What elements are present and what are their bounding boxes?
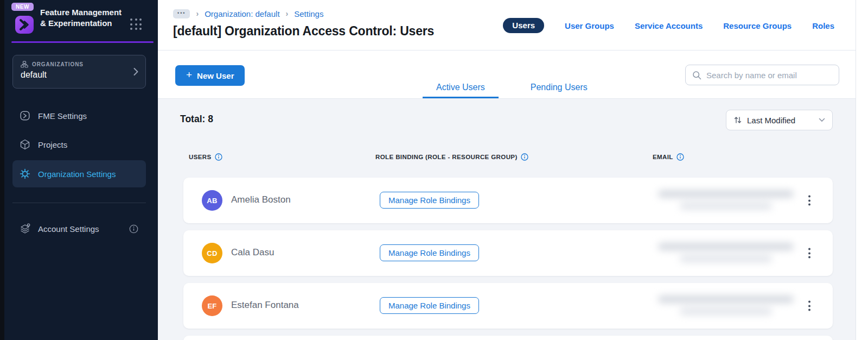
apps-grid-icon[interactable] xyxy=(130,18,142,30)
table-row: EF Estefan Fontana Manage Role Bindings xyxy=(183,283,833,329)
sidebar-item-projects[interactable]: Projects xyxy=(12,131,146,158)
avatar: EF xyxy=(202,295,222,316)
info-icon[interactable] xyxy=(676,153,684,161)
column-header-role-binding: ROLE BINDING (ROLE - RESOURCE GROUP) xyxy=(375,153,528,161)
users-list-section: Total: 8 Last Modified USERS xyxy=(158,99,856,340)
new-user-button[interactable]: + New User xyxy=(175,65,245,86)
table-row: CD Cala Dasu Manage Role Bindings xyxy=(183,230,833,276)
avatar-initials: AB xyxy=(207,197,217,205)
sidebar: NEW Feature Management & Experimentation xyxy=(4,0,158,340)
breadcrumb-organization-link[interactable]: Organization: default xyxy=(205,9,279,18)
header-divider xyxy=(158,50,856,51)
user-name: Estefan Fontana xyxy=(231,300,299,311)
row-menu-icon[interactable] xyxy=(804,193,815,208)
column-label: ROLE BINDING (ROLE - RESOURCE GROUP) xyxy=(375,154,518,160)
sort-label: Last Modified xyxy=(747,116,795,125)
sidebar-item-label: Organization Settings xyxy=(38,169,116,179)
sort-dropdown[interactable]: Last Modified xyxy=(726,110,833,130)
table-row-partial xyxy=(183,336,833,340)
user-name: Cala Dasu xyxy=(231,247,274,258)
breadcrumb-settings-link[interactable]: Settings xyxy=(294,9,323,18)
page-title: [default] Organization Access Control: U… xyxy=(173,24,434,39)
sidebar-item-organization-settings[interactable]: Organization Settings xyxy=(12,160,146,187)
sidebar-item-account-settings[interactable]: Account Settings xyxy=(12,215,146,242)
chevron-right-icon xyxy=(133,67,138,76)
tab-user-groups[interactable]: User Groups xyxy=(565,21,614,30)
avatar: CD xyxy=(202,243,222,263)
info-icon[interactable] xyxy=(215,153,222,161)
column-label: USERS xyxy=(189,154,212,160)
new-user-button-label: New User xyxy=(197,71,234,80)
chevron-right-icon: › xyxy=(286,9,289,18)
search-icon xyxy=(692,71,701,80)
screen-edge xyxy=(0,0,4,340)
column-header-users: USERS xyxy=(189,153,222,161)
org-chart-icon xyxy=(21,61,28,68)
main-area: ••• › Organization: default › Settings [… xyxy=(158,0,868,340)
gear-icon xyxy=(19,168,31,180)
user-state-tabs: Active Users Pending Users xyxy=(423,78,601,98)
tab-users[interactable]: Users xyxy=(503,18,544,33)
sidebar-item-label: Projects xyxy=(38,140,67,149)
tab-active-users[interactable]: Active Users xyxy=(423,78,499,98)
search-input[interactable] xyxy=(706,71,832,80)
column-header-email: EMAIL xyxy=(653,153,684,161)
sidebar-item-label: Account Settings xyxy=(38,224,99,234)
tab-roles[interactable]: Roles xyxy=(812,21,834,30)
avatar-initials: CD xyxy=(207,249,217,257)
organizations-label: ORGANIZATIONS xyxy=(32,61,84,67)
row-menu-icon[interactable] xyxy=(804,246,815,261)
email-redacted xyxy=(644,237,813,269)
avatar: AB xyxy=(202,190,222,211)
sidebar-item-label: FME Settings xyxy=(38,111,87,121)
content-right-border xyxy=(856,0,856,340)
tab-service-accounts[interactable]: Service Accounts xyxy=(635,21,703,30)
chevron-right-icon: › xyxy=(196,9,199,18)
tab-pending-users[interactable]: Pending Users xyxy=(517,78,601,98)
app-window: NEW Feature Management & Experimentation xyxy=(0,0,868,340)
sort-arrows-icon xyxy=(733,116,742,124)
row-menu-icon[interactable] xyxy=(804,299,815,313)
plus-icon: + xyxy=(186,69,192,81)
email-redacted xyxy=(644,185,813,216)
sidebar-item-fme-settings[interactable]: FME Settings xyxy=(12,102,146,129)
manage-role-bindings-button[interactable]: Manage Role Bindings xyxy=(380,192,479,209)
chevron-down-icon xyxy=(819,118,825,122)
brand-logo-icon xyxy=(15,15,34,34)
layers-icon xyxy=(19,223,31,235)
email-redacted xyxy=(644,290,813,322)
info-icon[interactable] xyxy=(129,224,138,234)
info-icon[interactable] xyxy=(521,153,528,161)
organization-value: default xyxy=(21,70,138,80)
user-name: Amelia Boston xyxy=(231,194,291,205)
manage-role-bindings-button[interactable]: Manage Role Bindings xyxy=(380,297,479,314)
brand-title: Feature Management & Experimentation xyxy=(40,7,127,29)
tab-resource-groups[interactable]: Resource Groups xyxy=(723,21,792,30)
cube-icon xyxy=(19,138,31,150)
avatar-initials: EF xyxy=(207,302,216,310)
search-box xyxy=(685,65,839,85)
manage-role-bindings-button[interactable]: Manage Role Bindings xyxy=(380,244,479,261)
access-control-tabs: Users User Groups Service Accounts Resou… xyxy=(503,18,834,33)
split-outline-icon xyxy=(19,110,31,122)
table-row: AB Amelia Boston Manage Role Bindings xyxy=(183,178,833,223)
organization-selector[interactable]: ORGANIZATIONS default xyxy=(12,55,146,89)
total-count: Total: 8 xyxy=(180,114,213,125)
breadcrumb: ••• › Organization: default › Settings xyxy=(173,9,323,18)
column-label: EMAIL xyxy=(653,154,673,160)
new-badge: NEW xyxy=(11,3,34,11)
brand-underline xyxy=(11,41,154,43)
sidebar-divider xyxy=(12,203,146,203)
breadcrumb-ellipsis[interactable]: ••• xyxy=(173,9,190,18)
